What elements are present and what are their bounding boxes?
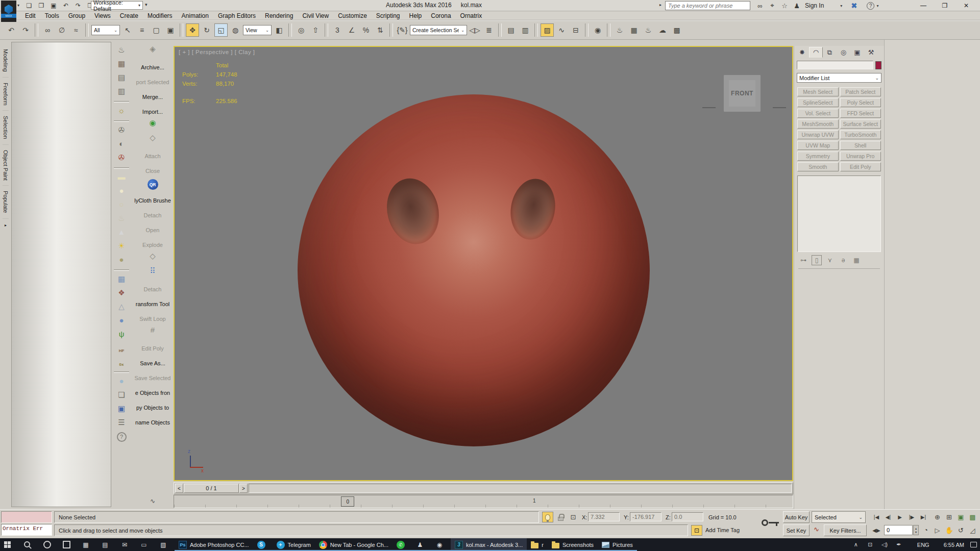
hierarchy-tab[interactable]: ⧉	[823, 47, 837, 58]
next-frame-button[interactable]: |▶	[906, 511, 917, 523]
current-frame-field[interactable]	[884, 525, 913, 535]
use-pivot-center-icon[interactable]: ◧ ⌄	[273, 23, 286, 37]
absolute-mode-icon[interactable]: ⊡	[568, 512, 579, 522]
whatsapp-task[interactable]: ✆	[393, 538, 412, 551]
time-slider-handle[interactable]: 0 / 1	[184, 484, 239, 493]
object-color-swatch[interactable]	[875, 61, 881, 69]
menu-item[interactable]: Ornatrix	[456, 12, 487, 20]
camera-icon[interactable]: ✇	[115, 124, 128, 137]
go-to-start-button[interactable]: |◀	[871, 511, 882, 523]
close-button[interactable]: ✕	[955, 0, 977, 11]
store-icon[interactable]: ▤	[97, 538, 116, 551]
cube-tool-icon[interactable]: ◇	[132, 132, 174, 146]
modifier-button[interactable]: Vol. Select	[797, 109, 839, 118]
track-bar[interactable]: 0 1	[174, 495, 793, 508]
save-selected-button[interactable]: Save Selected	[132, 368, 174, 383]
modifier-button[interactable]: FFD Select	[840, 109, 881, 118]
maximize-viewport-icon[interactable]: ◿	[967, 524, 978, 536]
curve-editor-icon[interactable]: ∿ ⌄	[555, 23, 568, 37]
select-and-rotate-icon[interactable]: ↻ ⌄	[200, 23, 213, 37]
unlink-selection-icon[interactable]: ∅ ⌄	[55, 23, 68, 37]
mail-icon[interactable]: ✉	[116, 538, 136, 551]
remove-modifier-icon[interactable]: ə	[838, 255, 848, 265]
view-cube[interactable]: FRONT	[724, 75, 761, 112]
menu-item[interactable]: Rendering	[260, 12, 298, 20]
sphere-shaded-icon[interactable]: ●	[115, 254, 128, 267]
show-end-result-icon[interactable]: ▯	[812, 255, 822, 265]
modifier-button[interactable]: Shell	[840, 141, 881, 150]
pen-icon[interactable]: ✒	[892, 541, 906, 549]
chevron-down-icon[interactable]: ▾	[840, 4, 842, 8]
viewport-label[interactable]: [ + ] [ Perspective ] [ Clay ]	[179, 49, 255, 55]
glossy-sphere-icon[interactable]: ●	[115, 375, 128, 388]
help-icon[interactable]: ?	[867, 2, 874, 10]
geosphere-icon[interactable]: ◈	[132, 43, 174, 58]
network-icon[interactable]: ⊡	[863, 541, 877, 549]
rendered-frame-icon[interactable]: ▦ ⌄	[627, 23, 641, 37]
logo-dropdown-arrow[interactable]: ▾	[17, 3, 19, 8]
select-by-name-icon[interactable]: ≡ ⌄	[135, 23, 149, 37]
perspective-viewport[interactable]: [ + ] [ Perspective ] [ Clay ] Total Pol…	[174, 46, 793, 481]
render-setup-icon[interactable]: ▤	[115, 72, 128, 85]
save-as-button[interactable]: Save As...	[132, 354, 174, 368]
menu-item[interactable]: Corona	[426, 12, 455, 20]
export-selected-button[interactable]: port Selected	[132, 72, 174, 87]
set-key-button[interactable]: Set Key	[783, 524, 810, 536]
blob-primitive-icon[interactable]: ●	[115, 185, 128, 198]
menu-item[interactable]: Help	[405, 12, 427, 20]
detach-button-2[interactable]: Detach	[132, 280, 174, 294]
move-objects-from-button[interactable]: e Objects fron	[132, 383, 174, 398]
mini-curve-editor-icon[interactable]: ∿	[148, 495, 157, 507]
orbit-icon[interactable]: ↺	[955, 524, 966, 536]
red-sphere-object[interactable]	[298, 94, 650, 446]
grass-icon[interactable]: ψ	[115, 329, 128, 341]
pin-stack-icon[interactable]: ⊶	[798, 255, 808, 265]
hidden-icons-icon[interactable]: ∧	[849, 541, 863, 549]
select-and-link-icon[interactable]: ∞ ⌄	[41, 23, 54, 37]
camera-tool-icon[interactable]: ◉	[132, 117, 174, 132]
configure-modifier-sets-icon[interactable]: ▦	[851, 255, 862, 265]
swift-loop-icon[interactable]: #	[132, 324, 174, 339]
go-to-end-button[interactable]: ▶|	[918, 511, 929, 523]
volume-icon[interactable]: ◁)	[877, 541, 892, 549]
app-task-1[interactable]: ♟	[412, 538, 431, 551]
sun-icon[interactable]: ☀	[115, 240, 128, 253]
attach-button[interactable]: Attach	[132, 146, 174, 161]
select-and-manipulate-icon[interactable]: ◎ ⌄	[295, 23, 308, 37]
auto-key-button[interactable]: Auto Key	[783, 511, 810, 523]
merge-button[interactable]: Merge...	[132, 87, 174, 102]
menu-item[interactable]: Civil View	[298, 12, 333, 20]
material-editor-icon[interactable]: ◉ ⌄	[591, 23, 604, 37]
circle-primitive-icon[interactable]: ○	[115, 199, 128, 212]
render-teapot-icon[interactable]: ♨	[115, 44, 128, 57]
monitor-icon[interactable]: ▭	[136, 538, 155, 551]
close-button[interactable]: Close	[132, 161, 174, 176]
exchange-apps-icon[interactable]: ✖	[847, 2, 861, 10]
render-gallery-icon[interactable]: ▩ ⌄	[670, 23, 683, 37]
qr-tool-icon[interactable]: QR	[132, 176, 174, 191]
default-tangent-icon[interactable]: ∿	[814, 525, 819, 533]
modifier-stack[interactable]	[797, 176, 881, 252]
modifier-button[interactable]: Symmetry	[797, 152, 839, 161]
ribbon-tab[interactable]: Object Paint	[3, 145, 9, 186]
teapot-primitive-icon[interactable]: ♨	[115, 213, 128, 226]
cortana-icon[interactable]	[39, 538, 58, 551]
search-expand-icon[interactable]: ▸	[659, 3, 662, 7]
next-frame-arrow[interactable]: >	[239, 484, 248, 493]
z-coordinate-field[interactable]	[672, 512, 703, 521]
cone-primitive-icon[interactable]: ▲	[115, 227, 128, 239]
listener-macro-row[interactable]	[1, 511, 52, 523]
save-file-icon[interactable]: ▣	[48, 1, 59, 10]
modifier-button[interactable]: Patch Select	[840, 87, 881, 96]
current-frame-marker[interactable]: 0	[341, 496, 354, 507]
select-and-scale-icon[interactable]: ◱ ⌄	[214, 23, 228, 37]
time-slider[interactable]: < 0 / 1 >	[174, 482, 793, 494]
scene-explorer-icon[interactable]: ▤ ⌄	[504, 23, 518, 37]
toolbar-flyout-arrow[interactable]: ▾	[145, 2, 148, 7]
transform-tools-button[interactable]: ransform Tool	[132, 294, 174, 309]
video-camera-icon[interactable]: ✇	[115, 152, 128, 165]
key-filters-button[interactable]: Key Filters...	[824, 524, 867, 536]
menu-item[interactable]: Customize	[333, 12, 372, 20]
modifier-button[interactable]: Unwrap Pro	[840, 152, 881, 161]
tiles-icon[interactable]: ▦	[115, 273, 128, 286]
